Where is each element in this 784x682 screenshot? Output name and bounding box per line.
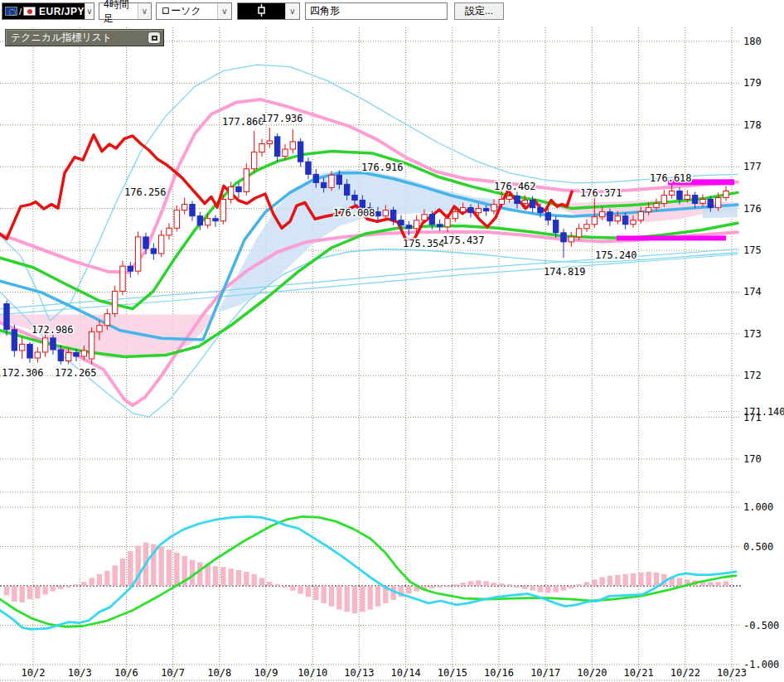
macd-histogram-bar: [631, 573, 636, 586]
price-axis-label: 177: [743, 161, 762, 172]
candle-bull: [422, 215, 427, 220]
macd-histogram-bar: [538, 586, 543, 593]
candle-bull: [506, 196, 511, 199]
macd-histogram-bar: [506, 584, 511, 586]
macd-histogram-bar: [360, 586, 365, 612]
candle-bear: [375, 212, 380, 216]
macd-histogram-bar: [19, 586, 24, 602]
macd-histogram-bar: [251, 574, 256, 586]
macd-histogram-bar: [174, 553, 179, 586]
candle-bear: [313, 174, 318, 182]
macd-histogram-bar: [104, 571, 109, 586]
candle-bull: [685, 195, 690, 199]
price-annotation: 175.437: [443, 235, 485, 246]
macd-histogram-bar: [35, 586, 40, 598]
candle-bull: [584, 225, 589, 229]
candle-bull: [576, 229, 581, 237]
macd-histogram-bar: [724, 581, 728, 586]
candle-bear: [151, 249, 156, 254]
candle-bull: [19, 344, 24, 351]
candle-bull: [329, 175, 334, 187]
price-axis-label: 172: [743, 370, 762, 381]
macd-histogram-bar: [228, 568, 233, 586]
candle-bull: [661, 195, 666, 203]
candle-bear: [468, 208, 473, 213]
macd-histogram-bar: [352, 586, 357, 613]
candle-bull: [631, 220, 636, 225]
price-annotation: 176.916: [361, 162, 404, 173]
candle-bear: [429, 215, 434, 225]
time-axis-label: 10/10: [298, 667, 327, 679]
candle-bear: [708, 200, 713, 208]
candle-bull: [251, 152, 256, 169]
candle-bull: [383, 210, 388, 216]
restore-window-icon: [152, 36, 157, 41]
candle-bear: [622, 216, 627, 225]
candle-bull: [592, 217, 597, 225]
macd-histogram-bar: [158, 547, 163, 587]
macd-histogram-bar: [197, 563, 202, 587]
candle-bear: [58, 350, 63, 361]
price-annotation: 172.265: [55, 367, 97, 379]
price-annotation: 177.860: [222, 116, 264, 128]
candle-bull: [669, 191, 674, 195]
price-axis-label: 175: [743, 244, 762, 256]
macd-histogram-bar: [708, 582, 713, 586]
candle-bull: [715, 197, 720, 207]
candle-bull: [654, 204, 659, 208]
price-axis-label: 179: [743, 77, 762, 89]
candle-bull: [97, 326, 102, 332]
macd-histogram-bar: [561, 586, 566, 591]
candle-bull: [135, 237, 140, 271]
candle-bear: [306, 162, 311, 174]
macd-histogram-bar: [167, 549, 172, 586]
macd-histogram-bar: [646, 572, 651, 586]
price-annotation: 175.240: [595, 249, 637, 261]
macd-histogram-bar: [607, 576, 612, 586]
macd-histogram-bar: [81, 582, 86, 586]
indicator-list-panel[interactable]: テクニカル指標リスト: [5, 29, 164, 46]
macd-histogram-bar: [499, 583, 504, 586]
macd-histogram-bar: [329, 586, 334, 607]
price-annotation: 176.462: [494, 181, 536, 192]
indicator-axis-label: 1.000: [743, 501, 773, 513]
macd-histogram-bar: [244, 572, 249, 586]
drawn-rectangle[interactable]: [617, 235, 726, 240]
price-axis-label: 176: [743, 203, 762, 215]
macd-histogram-bar: [367, 586, 372, 610]
candle-bear: [27, 344, 32, 358]
macd-histogram-bar: [599, 578, 604, 586]
time-axis-label: 10/17: [530, 667, 560, 679]
macd-histogram-bar: [344, 586, 349, 612]
candle-bull: [35, 352, 40, 358]
macd-histogram-bar: [290, 586, 295, 591]
candle-bull: [615, 216, 620, 221]
candle-bull: [42, 338, 47, 352]
candle-bear: [213, 219, 218, 221]
restore-window-button[interactable]: [148, 31, 161, 44]
overlay-lines: [0, 65, 738, 417]
macd-histogram-bar: [283, 586, 288, 588]
time-axis-label: 10/13: [344, 667, 374, 679]
candle-bear: [390, 210, 395, 220]
macd-histogram-bar: [97, 574, 102, 586]
candle-bull: [290, 142, 295, 149]
macd-pane: [0, 516, 736, 629]
macd-histogram-bar: [654, 573, 659, 586]
candle-bear: [4, 304, 9, 330]
ichimoku-clouds: [0, 169, 738, 358]
macd-histogram-bar: [89, 578, 94, 587]
macd-histogram-bar: [375, 586, 380, 607]
time-axis-label: 10/3: [68, 667, 92, 679]
candle-bear: [677, 191, 682, 199]
candle-bear: [321, 182, 326, 187]
candle-bull: [104, 314, 109, 326]
time-axis-label: 10/8: [207, 667, 231, 679]
candle-bull: [120, 266, 125, 291]
time-axis-label: 10/22: [670, 667, 700, 679]
macd-histogram-bar: [220, 567, 225, 586]
time-axis-label: 10/23: [717, 667, 747, 679]
chart-canvas[interactable]: 180179178177176175174173172171170171.140…: [0, 0, 784, 682]
price-annotation: 175.354: [403, 238, 445, 249]
price-axis-label: 174: [743, 286, 762, 297]
